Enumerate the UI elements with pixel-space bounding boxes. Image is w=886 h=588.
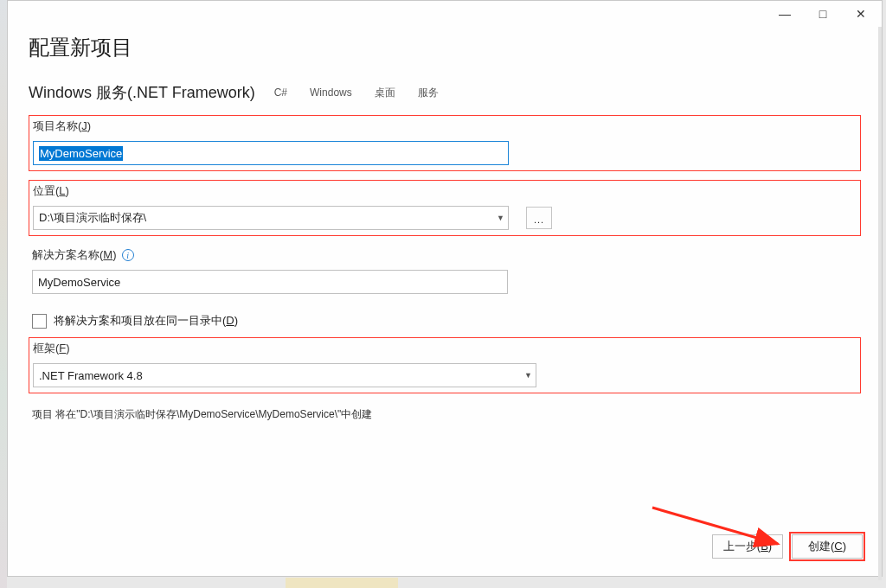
dialog-content: 配置新项目 Windows 服务(.NET Framework) C# Wind… (8, 27, 882, 427)
framework-label: 框架(F) (33, 341, 857, 356)
framework-combo[interactable]: .NET Framework 4.8 ▼ (33, 363, 536, 387)
back-label: 上一步(B) (723, 539, 772, 554)
location-block: 位置(L) D:\项目演示临时保存\ ▼ ... (29, 180, 861, 236)
project-name-value: MyDemoService (39, 146, 123, 161)
label-text: 框架(F) (33, 341, 70, 356)
framework-block: 框架(F) .NET Framework 4.8 ▼ (29, 337, 861, 393)
footer-buttons: 上一步(B) 创建(C) (712, 534, 863, 559)
same-dir-checkbox[interactable] (32, 314, 47, 329)
info-icon[interactable]: i (122, 249, 134, 261)
label-text: 解决方案名称(M) (32, 247, 117, 263)
label-text: 项目名称(J) (33, 118, 91, 134)
template-name: Windows 服务(.NET Framework) (29, 82, 255, 103)
maximize-button[interactable]: □ (804, 2, 842, 26)
solution-name-input[interactable]: MyDemoService (32, 270, 508, 294)
same-dir-label: 将解决方案和项目放在同一目录中(D) (54, 313, 238, 329)
cropped-right-stripe (878, 27, 882, 580)
minimize-button[interactable]: — (766, 2, 804, 26)
dialog-window: — □ ✕ 配置新项目 Windows 服务(.NET Framework) C… (7, 0, 883, 577)
tag-csharp: C# (271, 85, 291, 100)
creation-path-note: 项目 将在"D:\项目演示临时保存\MyDemoService\MyDemoSe… (29, 402, 861, 427)
location-label: 位置(L) (33, 183, 857, 199)
tag-service: 服务 (414, 84, 442, 102)
project-name-label: 项目名称(J) (33, 118, 857, 134)
close-button[interactable]: ✕ (842, 2, 880, 26)
subtitle-row: Windows 服务(.NET Framework) C# Windows 桌面… (29, 82, 861, 103)
project-name-input[interactable]: MyDemoService (33, 141, 509, 165)
label-text: 位置(L) (33, 183, 69, 199)
titlebar: — □ ✕ (8, 1, 882, 27)
tag-windows: Windows (306, 85, 356, 100)
framework-value: .NET Framework 4.8 (39, 369, 143, 382)
back-button[interactable]: 上一步(B) (712, 534, 783, 559)
location-value: D:\项目演示临时保存\ (39, 210, 146, 226)
solution-name-block: 解决方案名称(M) i MyDemoService (29, 245, 861, 299)
create-button[interactable]: 创建(C) (792, 534, 863, 559)
same-dir-row: 将解决方案和项目放在同一目录中(D) (29, 308, 861, 337)
project-name-block: 项目名称(J) MyDemoService (29, 115, 861, 171)
location-combo[interactable]: D:\项目演示临时保存\ ▼ (33, 206, 509, 230)
cropped-side-stripe (0, 0, 7, 588)
browse-button[interactable]: ... (526, 207, 552, 229)
page-title: 配置新项目 (29, 34, 861, 61)
create-label: 创建(C) (808, 539, 846, 554)
tag-desktop: 桌面 (371, 84, 399, 102)
cropped-bottom-stripe (286, 578, 398, 588)
chevron-down-icon: ▼ (497, 214, 504, 222)
chevron-down-icon: ▼ (524, 371, 532, 380)
solution-name-value: MyDemoService (38, 276, 120, 289)
solution-name-label: 解决方案名称(M) i (32, 247, 857, 263)
